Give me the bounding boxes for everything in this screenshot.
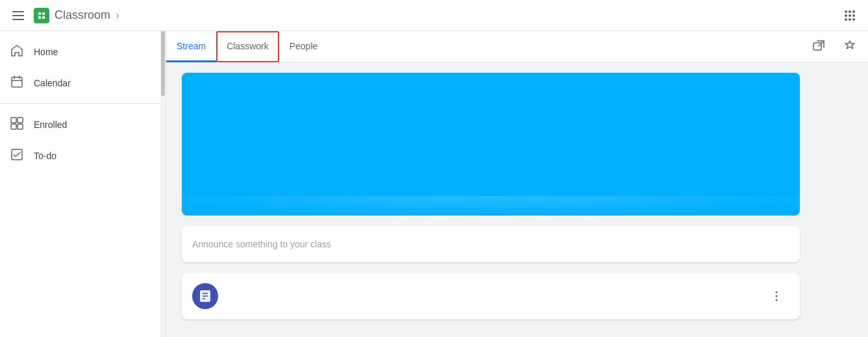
svg-rect-1 (12, 15, 24, 16)
app-logo[interactable]: Classroom (34, 8, 110, 23)
apps-button[interactable] (837, 3, 863, 29)
tab-stream-label: Stream (177, 41, 206, 51)
app-logo-icon (34, 8, 49, 23)
svg-point-9 (849, 10, 851, 13)
topbar-right (837, 3, 863, 29)
enrolled-icon (10, 117, 23, 133)
tab-stream[interactable]: Stream (166, 31, 216, 62)
tab-people[interactable]: People (279, 31, 329, 62)
sidebar-label-todo: To-do (34, 151, 56, 161)
class-banner (182, 73, 800, 216)
svg-rect-0 (12, 11, 24, 12)
sidebar-item-calendar[interactable]: Calendar (0, 68, 155, 99)
menu-button[interactable] (5, 3, 31, 29)
assignment-more-button[interactable] (763, 283, 789, 309)
svg-rect-7 (42, 16, 45, 19)
svg-point-10 (852, 10, 855, 13)
breadcrumb-separator: › (116, 8, 119, 22)
svg-rect-21 (11, 118, 16, 123)
stream-content: Announce something to your class (166, 62, 815, 330)
svg-rect-3 (36, 10, 47, 21)
assignment-icon (192, 283, 218, 309)
svg-point-15 (849, 18, 851, 21)
svg-rect-17 (12, 77, 22, 87)
open-in-new-button[interactable] (806, 33, 832, 59)
calendar-icon (10, 75, 23, 92)
svg-rect-6 (38, 16, 41, 19)
home-icon (10, 44, 23, 60)
sidebar-item-home[interactable]: Home (0, 36, 155, 68)
svg-rect-2 (12, 19, 24, 20)
sidebar-item-enrolled[interactable]: Enrolled (0, 109, 155, 140)
sidebar-label-calendar: Calendar (34, 78, 71, 88)
svg-point-32 (776, 292, 778, 293)
svg-rect-26 (813, 43, 821, 50)
svg-point-14 (845, 18, 847, 21)
svg-point-12 (849, 14, 851, 17)
svg-rect-4 (38, 12, 41, 15)
todo-icon (10, 148, 23, 164)
svg-point-33 (776, 295, 778, 297)
announce-box[interactable]: Announce something to your class (182, 226, 800, 262)
main-layout: Home Calendar (0, 31, 868, 337)
tab-classwork-label: Classwork (227, 41, 269, 51)
svg-rect-22 (18, 118, 23, 123)
tab-classwork[interactable]: Classwork (216, 31, 279, 62)
svg-rect-24 (18, 124, 23, 129)
assignment-card (182, 273, 800, 319)
svg-point-13 (852, 14, 855, 17)
customize-button[interactable] (837, 33, 863, 59)
assignment-left (192, 283, 218, 309)
announce-placeholder: Announce something to your class (192, 239, 331, 249)
tab-right-actions (806, 31, 868, 62)
sidebar-label-enrolled: Enrolled (34, 119, 67, 130)
svg-point-8 (845, 10, 847, 13)
svg-rect-5 (42, 12, 45, 15)
svg-rect-23 (11, 124, 16, 129)
svg-point-34 (776, 299, 778, 301)
main-content: Stream Classwork People (166, 31, 868, 337)
svg-point-16 (852, 18, 855, 21)
sidebar-item-todo[interactable]: To-do (0, 140, 155, 171)
sidebar: Home Calendar (0, 31, 160, 337)
app-name: Classroom (55, 8, 110, 22)
svg-point-11 (845, 14, 847, 17)
sidebar-label-home: Home (34, 47, 58, 57)
tab-people-label: People (290, 41, 318, 51)
sidebar-scroll-thumb[interactable] (161, 31, 165, 96)
topbar-left: Classroom › (5, 3, 837, 29)
sidebar-scrollbar[interactable] (160, 31, 166, 337)
tab-bar: Stream Classwork People (166, 31, 868, 62)
topbar: Classroom › (0, 0, 868, 31)
